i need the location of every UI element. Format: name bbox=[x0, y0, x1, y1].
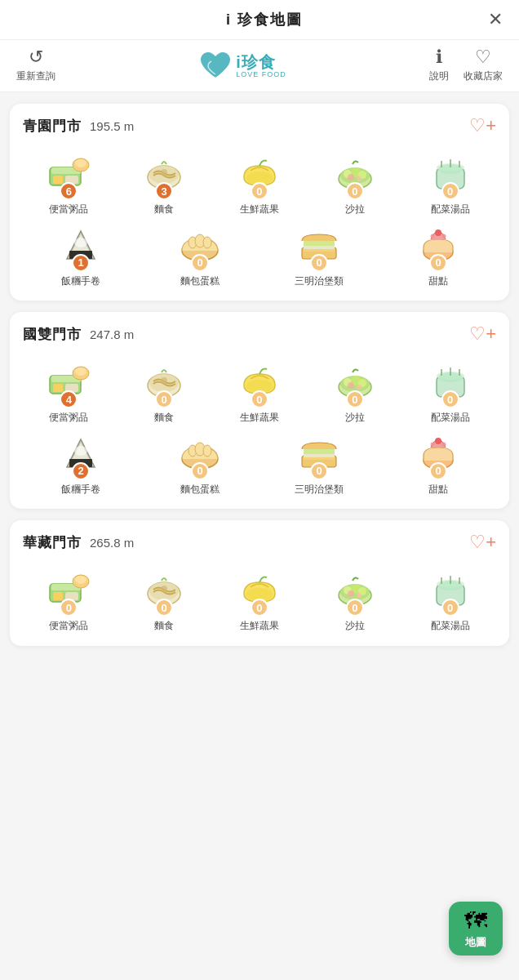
store-favorite-button[interactable]: ♡+ bbox=[469, 323, 496, 345]
food-item[interactable]: 0配菜湯品 bbox=[404, 356, 496, 425]
svg-rect-33 bbox=[304, 241, 335, 246]
map-fab-button[interactable]: 🗺 地圖 bbox=[449, 902, 503, 956]
food-item[interactable]: 0麵食 bbox=[118, 564, 211, 633]
store-favorite-button[interactable]: ♡+ bbox=[469, 532, 496, 553]
title-bar: i 珍食地圖 ✕ bbox=[0, 0, 519, 40]
svg-point-30 bbox=[203, 237, 211, 248]
food-label: 甜點 bbox=[428, 483, 448, 497]
food-item[interactable]: 0麵包蛋糕 bbox=[142, 220, 258, 288]
food-icon-wrap: 0 bbox=[138, 356, 190, 408]
food-badge: 4 bbox=[60, 390, 78, 408]
store-name-row: 國雙門市247.8 m bbox=[23, 325, 134, 344]
svg-point-93 bbox=[348, 590, 354, 597]
food-badge: 0 bbox=[346, 182, 364, 200]
food-badge: 0 bbox=[441, 390, 459, 408]
food-badge: 0 bbox=[191, 254, 209, 272]
svg-point-83 bbox=[75, 576, 86, 584]
store-name: 華藏門市 bbox=[23, 533, 82, 552]
svg-point-94 bbox=[357, 593, 362, 598]
logo-area: i珍食 LOVE FOOD bbox=[198, 50, 286, 81]
food-icon-wrap: 2 bbox=[55, 428, 107, 480]
food-icon-wrap: 0 bbox=[233, 148, 286, 200]
food-item[interactable]: 3麵食 bbox=[118, 148, 211, 216]
food-icon-wrap: 0 bbox=[293, 220, 345, 272]
store-name: 國雙門市 bbox=[23, 325, 82, 344]
food-icon-wrap: 0 bbox=[233, 356, 286, 408]
food-badge: 0 bbox=[346, 599, 364, 617]
store-name-row: 華藏門市265.8 m bbox=[23, 533, 134, 552]
food-label: 三明治堡類 bbox=[295, 275, 344, 288]
page-title: i 珍食地圖 bbox=[226, 10, 303, 29]
food-item[interactable]: 2飯糰手卷 bbox=[23, 428, 139, 497]
svg-point-5 bbox=[75, 159, 86, 167]
food-item[interactable]: 0配菜湯品 bbox=[404, 564, 496, 633]
food-label: 生鮮蔬果 bbox=[240, 412, 279, 425]
refresh-button[interactable]: ↺ 重新查詢 bbox=[16, 47, 55, 83]
svg-point-15 bbox=[348, 174, 354, 180]
food-item[interactable]: 0生鮮蔬果 bbox=[214, 564, 306, 633]
food-label: 沙拉 bbox=[345, 412, 365, 425]
svg-point-86 bbox=[161, 586, 167, 592]
store-distance: 195.5 m bbox=[90, 119, 134, 133]
food-item[interactable]: 0甜點 bbox=[380, 220, 496, 288]
food-item[interactable]: 0三明治堡類 bbox=[261, 428, 377, 497]
food-icon-wrap: 0 bbox=[293, 428, 345, 480]
food-label: 便當粥品 bbox=[49, 203, 88, 216]
food-icon-wrap: 0 bbox=[42, 564, 95, 617]
food-icon-wrap: 0 bbox=[424, 356, 477, 408]
food-item[interactable]: 0生鮮蔬果 bbox=[214, 148, 306, 216]
food-label: 配菜湯品 bbox=[431, 620, 470, 633]
food-grid-row2: 2飯糰手卷 0麵包蛋糕 0三明治堡類 0甜點 bbox=[23, 428, 496, 497]
store-card-0: 青園門市195.5 m♡+ 6便當粥品 3麵食 0生鮮蔬果 0沙拉 0配菜湯品 bbox=[10, 104, 509, 301]
svg-rect-34 bbox=[304, 249, 335, 252]
food-item[interactable]: 0生鮮蔬果 bbox=[214, 356, 306, 425]
food-item[interactable]: 0沙拉 bbox=[308, 148, 401, 216]
food-item[interactable]: 0麵包蛋糕 bbox=[142, 428, 258, 497]
food-badge: 0 bbox=[60, 599, 78, 617]
refresh-label: 重新查詢 bbox=[16, 69, 55, 83]
food-badge: 3 bbox=[155, 182, 173, 200]
help-button[interactable]: ℹ 說明 bbox=[429, 47, 449, 83]
food-item[interactable]: 4便當粥品 bbox=[23, 356, 115, 425]
food-item[interactable]: 0配菜湯品 bbox=[404, 148, 496, 216]
food-label: 三明治堡類 bbox=[295, 483, 344, 497]
food-item[interactable]: 0便當粥品 bbox=[23, 564, 115, 633]
food-item[interactable]: 0麵食 bbox=[118, 356, 211, 425]
close-button[interactable]: ✕ bbox=[488, 11, 503, 29]
store-favorite-button[interactable]: ♡+ bbox=[469, 115, 496, 136]
food-item[interactable]: 0甜點 bbox=[380, 428, 496, 497]
svg-point-76 bbox=[431, 442, 435, 446]
favorite-button[interactable]: ♡ 收藏店家 bbox=[464, 47, 503, 83]
food-label: 生鮮蔬果 bbox=[240, 203, 279, 216]
food-badge: 0 bbox=[310, 462, 328, 480]
store-card-1: 國雙門市247.8 m♡+ 4便當粥品 0麵食 0生鮮蔬果 0沙拉 0配菜湯品 bbox=[10, 312, 509, 509]
food-label: 麵食 bbox=[154, 412, 174, 425]
svg-rect-72 bbox=[304, 449, 335, 454]
food-item[interactable]: 0沙拉 bbox=[308, 564, 401, 633]
svg-rect-73 bbox=[304, 457, 335, 460]
food-grid-row2: 1飯糰手卷 0麵包蛋糕 0三明治堡類 0甜點 bbox=[23, 220, 496, 288]
svg-point-69 bbox=[203, 445, 211, 457]
food-badge: 0 bbox=[429, 462, 447, 480]
food-item[interactable]: 0三明治堡類 bbox=[261, 220, 377, 288]
food-icon-wrap: 0 bbox=[174, 428, 226, 480]
svg-point-16 bbox=[357, 176, 362, 181]
help-label: 說明 bbox=[429, 69, 449, 83]
info-icon: ℹ bbox=[436, 47, 442, 68]
food-item[interactable]: 0沙拉 bbox=[308, 356, 401, 425]
map-fab-icon: 🗺 bbox=[464, 907, 487, 934]
food-icon-wrap: 0 bbox=[329, 564, 381, 617]
svg-point-26 bbox=[74, 238, 87, 247]
food-item[interactable]: 6便當粥品 bbox=[23, 148, 115, 216]
svg-point-8 bbox=[161, 169, 167, 176]
store-distance: 247.8 m bbox=[90, 327, 134, 341]
food-item[interactable]: 1飯糰手卷 bbox=[23, 220, 139, 288]
food-badge: 0 bbox=[191, 462, 209, 480]
food-badge: 0 bbox=[251, 390, 268, 408]
svg-point-37 bbox=[431, 234, 435, 238]
store-header-1: 國雙門市247.8 m♡+ bbox=[23, 323, 496, 345]
food-badge: 0 bbox=[429, 254, 447, 272]
logo-sub: LOVE FOOD bbox=[236, 70, 286, 78]
food-badge: 0 bbox=[251, 182, 268, 200]
food-badge: 0 bbox=[310, 254, 328, 272]
